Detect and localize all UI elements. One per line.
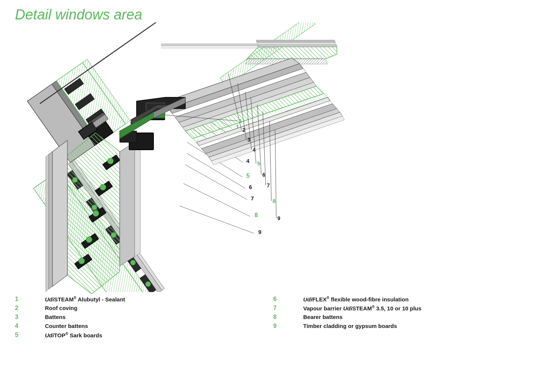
legend-number-6: 6 — [273, 296, 296, 303]
svg-marker-58 — [257, 42, 336, 45]
legend-text-2: Roof coving — [45, 305, 266, 311]
svg-point-86 — [93, 210, 99, 216]
legend-number-1: 1 — [15, 296, 37, 303]
legend-number-4: 4 — [15, 323, 37, 329]
legend-number-7: 7 — [273, 305, 296, 312]
svg-text:5: 5 — [257, 160, 260, 167]
svg-point-85 — [100, 184, 106, 190]
legend-number-3: 3 — [15, 314, 37, 320]
svg-marker-76 — [52, 140, 67, 286]
svg-marker-59 — [256, 40, 335, 42]
svg-marker-56 — [247, 47, 337, 59]
svg-text:6: 6 — [262, 172, 265, 178]
svg-marker-89 — [120, 142, 135, 266]
svg-marker-77 — [49, 152, 52, 289]
svg-point-88 — [79, 258, 85, 264]
legend-number-8: 8 — [273, 314, 296, 320]
svg-marker-78 — [46, 154, 49, 292]
legend-number-9: 9 — [273, 323, 296, 329]
legend-number-5: 5 — [15, 332, 37, 338]
legend-text-4: Counter battens — [45, 323, 266, 329]
svg-marker-57 — [258, 45, 337, 47]
legend-text-6: UdiFLEX® flexible wood-fibre insulation — [303, 296, 524, 303]
legend-text-9: Timber cladding or gypsum boards — [303, 323, 524, 329]
legend-text-3: Battens — [45, 314, 266, 320]
legend-text-8: Bearer battens — [303, 314, 524, 320]
svg-text:7: 7 — [267, 182, 270, 188]
legend: 1UdiSTEAM® Alubutyl - Sealant6UdiFLEX® f… — [15, 296, 524, 338]
svg-text:8: 8 — [272, 198, 275, 204]
legend-number-2: 2 — [15, 305, 37, 312]
svg-text:9: 9 — [277, 215, 280, 221]
svg-text:3: 3 — [247, 137, 250, 143]
legend-text-7: Vapour barrier UdiSTEAM® 3.5, 10 or 10 p… — [303, 305, 524, 312]
svg-point-87 — [86, 237, 92, 243]
legend-text-1: UdiSTEAM® Alubutyl - Sealant — [45, 296, 266, 303]
technical-diagram: 1 2 3 4 5 6 7 8 9 — [7, 21, 359, 298]
svg-point-84 — [107, 158, 113, 164]
svg-marker-90 — [135, 139, 140, 256]
legend-text-5: UdiTOP® Sark boards — [45, 332, 266, 338]
